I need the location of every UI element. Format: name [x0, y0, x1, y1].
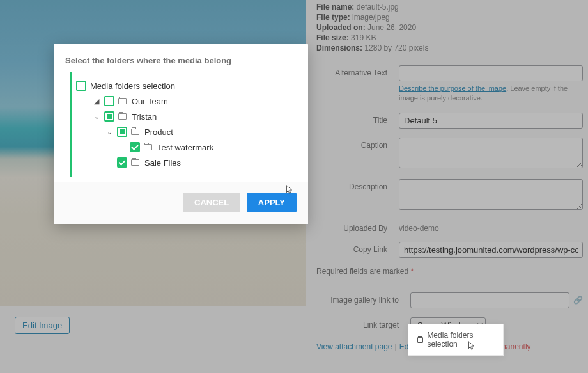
tree-item[interactable]: · Test watermark — [75, 139, 285, 155]
checkbox-root[interactable] — [76, 81, 86, 91]
tree-item-label: Product — [144, 127, 173, 137]
checkbox-partial[interactable] — [104, 111, 114, 122]
expand-icon[interactable]: ⌄ — [93, 113, 100, 121]
tree-item-label: Our Team — [132, 97, 168, 106]
folder-icon — [118, 113, 127, 120]
folder-icon — [417, 337, 423, 343]
folder-selection-modal: Select the folders where the media belon… — [54, 44, 308, 224]
popover-label: Media folders selection — [427, 331, 491, 349]
folder-tree: Media folders selection ◢ Our Team ⌄ Tri… — [70, 72, 291, 177]
folder-icon — [131, 159, 139, 166]
checkbox-checked[interactable] — [130, 142, 140, 152]
tree-item[interactable]: ⌄ Tristan — [75, 109, 285, 124]
tree-item[interactable]: ◢ Our Team — [75, 93, 285, 109]
media-folders-popover[interactable]: Media folders selection — [408, 324, 504, 356]
tree-root[interactable]: Media folders selection — [75, 78, 285, 93]
folder-icon — [131, 129, 139, 135]
cancel-button[interactable]: CANCEL — [183, 193, 240, 212]
tree-item-label: Test watermark — [157, 143, 213, 152]
folder-icon — [118, 98, 127, 104]
tree-item[interactable]: · Sale Files — [75, 155, 285, 170]
checkbox-partial[interactable] — [117, 127, 127, 137]
tree-item[interactable]: ⌄ Product — [75, 124, 285, 139]
cursor-icon — [283, 184, 295, 196]
expand-icon[interactable]: ⌄ — [105, 128, 113, 136]
modal-title: Select the folders where the media belon… — [65, 56, 297, 65]
cursor-icon — [465, 340, 477, 352]
checkbox-checked[interactable] — [117, 157, 127, 168]
tree-root-label: Media folders selection — [90, 81, 175, 91]
checkbox[interactable] — [104, 96, 114, 106]
tree-item-label: Tristan — [132, 112, 157, 122]
folder-icon — [144, 144, 152, 150]
tree-item-label: Sale Files — [144, 158, 181, 168]
collapse-icon[interactable]: ◢ — [93, 97, 100, 106]
